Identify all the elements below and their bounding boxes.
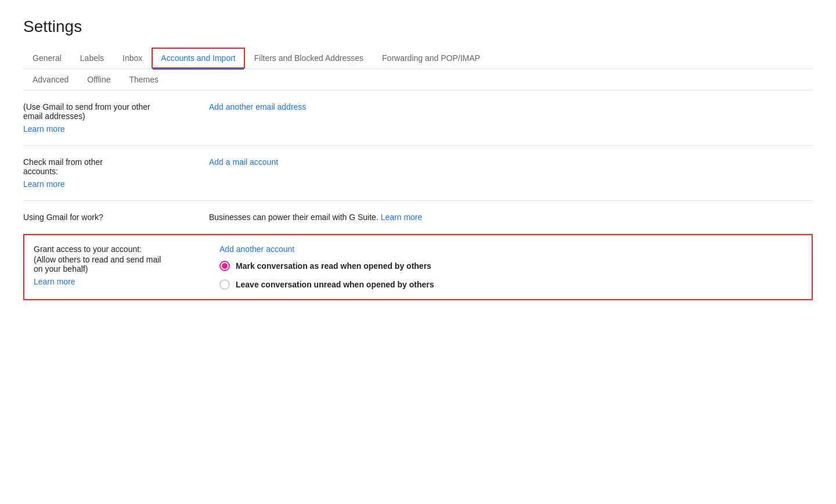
send-mail-learn-more[interactable]: Learn more xyxy=(23,124,197,134)
gsuite-label-text: Using Gmail for work? xyxy=(23,213,103,222)
radio-mark-read[interactable]: Mark conversation as read when opened by… xyxy=(219,261,802,271)
tab-labels[interactable]: Labels xyxy=(71,48,113,69)
add-email-address-link[interactable]: Add another email address xyxy=(209,102,306,111)
tab-forwarding[interactable]: Forwarding and POP/IMAP xyxy=(373,48,489,69)
gsuite-label: Using Gmail for work? xyxy=(23,213,209,222)
tab-accounts-import[interactable]: Accounts and Import xyxy=(152,48,244,69)
grant-subtitle-line2: on your behalf) xyxy=(34,264,88,273)
radio-leave-unread-circle xyxy=(219,279,230,290)
radio-leave-unread-label: Leave conversation unread when opened by… xyxy=(236,280,434,289)
radio-mark-read-label: Mark conversation as read when opened by… xyxy=(236,261,431,271)
tab-inbox[interactable]: Inbox xyxy=(113,48,152,69)
grant-subtitle-line1: (Allow others to read and send mail xyxy=(34,255,161,264)
add-another-account-link[interactable]: Add another account xyxy=(219,244,294,254)
page-title: Settings xyxy=(23,17,813,36)
send-mail-label-line2: email addresses) xyxy=(23,111,85,121)
tabs-row1: General Labels Inbox Accounts and Import… xyxy=(23,48,813,69)
grant-access-section: Grant access to your account: (Allow oth… xyxy=(23,234,813,300)
gsuite-section: Using Gmail for work? Businesses can pow… xyxy=(23,201,813,234)
settings-page: Settings General Labels Inbox Accounts a… xyxy=(0,0,836,504)
gsuite-description: Businesses can power their email with G … xyxy=(209,213,379,222)
tab-accounts-import-wrapper: Accounts and Import xyxy=(152,48,244,69)
add-mail-account-link[interactable]: Add a mail account xyxy=(209,157,278,167)
send-mail-section: (Use Gmail to send from your other email… xyxy=(23,91,813,146)
tab-themes[interactable]: Themes xyxy=(120,69,168,90)
check-mail-section: Check mail from other accounts: Learn mo… xyxy=(23,146,813,201)
grant-access-content: Add another account Mark conversation as… xyxy=(219,244,802,290)
check-mail-label: Check mail from other accounts: Learn mo… xyxy=(23,157,209,189)
tab-offline[interactable]: Offline xyxy=(78,69,120,90)
gsuite-learn-more[interactable]: Learn more xyxy=(381,213,423,222)
tab-advanced[interactable]: Advanced xyxy=(23,69,78,90)
radio-mark-read-circle xyxy=(219,261,230,271)
tabs-row2: Advanced Offline Themes xyxy=(23,69,813,91)
grant-access-label-text: Grant access to your account: xyxy=(34,244,142,254)
tab-filters[interactable]: Filters and Blocked Addresses xyxy=(245,48,373,69)
check-mail-learn-more[interactable]: Learn more xyxy=(23,179,197,189)
send-mail-content: Add another email address xyxy=(209,102,813,111)
radio-leave-unread[interactable]: Leave conversation unread when opened by… xyxy=(219,279,802,290)
tab-general[interactable]: General xyxy=(23,48,71,69)
check-mail-label-line2: accounts: xyxy=(23,167,58,176)
grant-access-learn-more[interactable]: Learn more xyxy=(34,277,208,286)
grant-access-label: Grant access to your account: (Allow oth… xyxy=(34,244,219,286)
grant-access-subtitle: (Allow others to read and send mail on y… xyxy=(34,255,208,273)
gsuite-content: Businesses can power their email with G … xyxy=(209,213,813,222)
send-mail-label: (Use Gmail to send from your other email… xyxy=(23,102,209,134)
send-mail-label-line1: (Use Gmail to send from your other xyxy=(23,102,150,111)
radio-group: Mark conversation as read when opened by… xyxy=(219,261,802,290)
check-mail-label-line1: Check mail from other xyxy=(23,157,103,167)
check-mail-content: Add a mail account xyxy=(209,157,813,167)
